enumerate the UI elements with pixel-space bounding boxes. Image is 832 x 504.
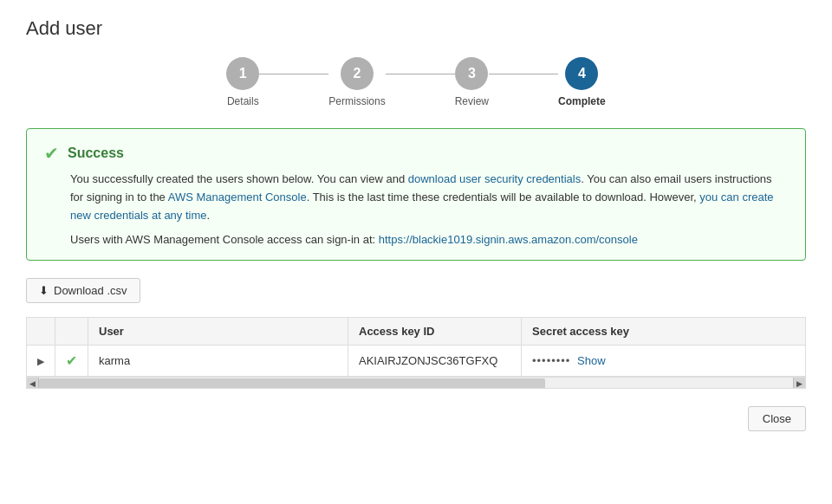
col-check-header — [55, 318, 88, 346]
users-table: User Access key ID Secret access key ▶ ✔… — [26, 317, 806, 377]
row-user-cell: karma — [88, 346, 348, 377]
step-4: 4 Complete — [558, 57, 606, 107]
show-secret-key-link[interactable]: Show — [577, 354, 606, 367]
stepper: 1 Details 2 Permissions 3 Review 4 Compl… — [26, 57, 806, 107]
step-1-circle: 1 — [226, 57, 259, 90]
connector-3-4 — [489, 74, 558, 74]
scroll-left-arrow[interactable]: ◀ — [27, 378, 39, 389]
row-secret-key-cell: •••••••• Show — [522, 346, 806, 377]
connector-2-3 — [386, 74, 455, 74]
step-4-label: Complete — [558, 95, 606, 107]
success-check-icon: ✔ — [44, 143, 59, 164]
step-3-circle: 3 — [455, 57, 488, 90]
aws-console-link-inline[interactable]: AWS Management Console — [168, 191, 307, 204]
table-row: ▶ ✔ karma AKIAIRJZONJSC36TGFXQ •••••••• … — [27, 346, 806, 377]
download-icon: ⬇ — [39, 284, 49, 297]
step-2: 2 Permissions — [328, 57, 385, 107]
row-check-cell: ✔ — [55, 346, 88, 377]
row-access-key-cell: AKIAIRJZONJSC36TGFXQ — [348, 346, 522, 377]
success-header: ✔ Success — [44, 143, 788, 164]
row-expand-cell[interactable]: ▶ — [27, 346, 55, 377]
scroll-right-arrow[interactable]: ▶ — [793, 378, 805, 389]
step-1: 1 Details — [226, 57, 259, 107]
success-body: You successfully created the users shown… — [70, 171, 788, 224]
step-2-circle: 2 — [341, 57, 374, 90]
console-url-line: Users with AWS Management Console access… — [70, 233, 788, 246]
col-secret-key-header: Secret access key — [522, 318, 806, 346]
step-1-label: Details — [227, 95, 259, 107]
row-success-icon: ✔ — [66, 353, 77, 368]
horizontal-scrollbar[interactable]: ◀ ▶ — [26, 377, 806, 389]
col-access-key-header: Access key ID — [348, 318, 522, 346]
step-2-label: Permissions — [328, 95, 385, 107]
download-credentials-link[interactable]: download user security credentials — [408, 172, 581, 185]
step-4-circle: 4 — [565, 57, 598, 90]
table-body: ▶ ✔ karma AKIAIRJZONJSC36TGFXQ •••••••• … — [27, 346, 806, 377]
success-banner: ✔ Success You successfully created the u… — [26, 128, 806, 261]
success-title: Success — [68, 145, 124, 161]
page-title: Add user — [26, 17, 806, 40]
download-csv-label: Download .csv — [54, 284, 127, 297]
col-expand-header — [27, 318, 55, 346]
console-signin-link[interactable]: https://blackie1019.signin.aws.amazon.co… — [379, 233, 638, 246]
success-body-text: You successfully created the users shown… — [70, 172, 774, 222]
step-3-label: Review — [455, 95, 489, 107]
step-3: 3 Review — [455, 57, 489, 107]
expand-arrow-icon[interactable]: ▶ — [37, 356, 44, 366]
scrollbar-thumb[interactable] — [39, 378, 545, 389]
connector-1-2 — [259, 74, 328, 74]
console-url-label: Users with AWS Management Console access… — [70, 233, 375, 246]
col-user-header: User — [88, 318, 348, 346]
row-access-key-value: AKIAIRJZONJSC36TGFXQ — [359, 354, 497, 367]
row-username: karma — [99, 354, 130, 367]
row-secret-key-masked: •••••••• — [532, 354, 570, 367]
footer: Close — [26, 406, 806, 431]
close-button[interactable]: Close — [748, 406, 806, 431]
download-csv-button[interactable]: ⬇ Download .csv — [26, 278, 140, 303]
table-header: User Access key ID Secret access key — [27, 318, 806, 346]
